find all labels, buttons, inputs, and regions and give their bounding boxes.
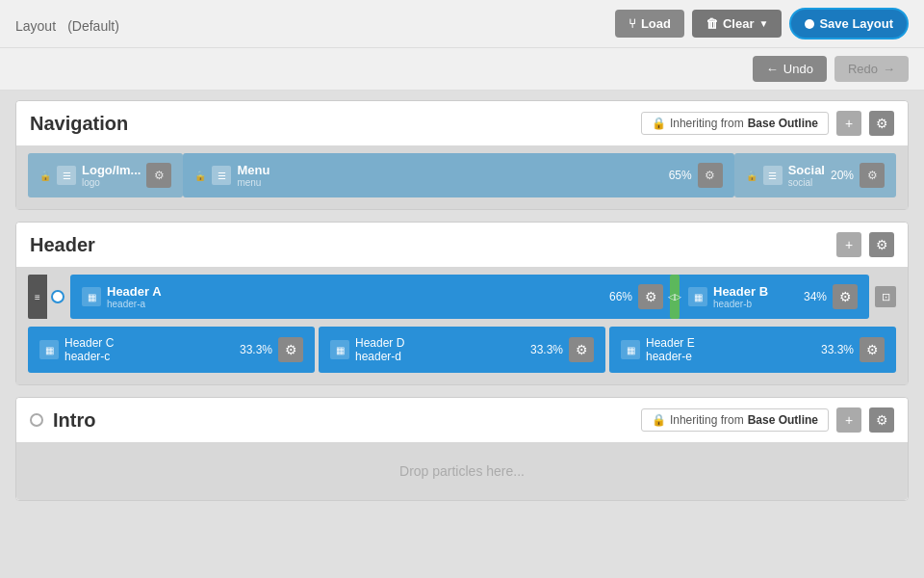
list-item[interactable]: ▦ Header C header-c 33.3% ⚙ — [28, 327, 315, 373]
header-c-settings-button[interactable]: ⚙ — [278, 337, 303, 362]
list-item[interactable]: ▦ Header A header-a 66% ⚙ ◁▷ — [70, 275, 675, 319]
redo-label: Redo — [848, 62, 878, 76]
lock-icon: 🔒 — [194, 171, 206, 181]
lock-icon: 🔒 — [652, 413, 666, 427]
navigation-title: Navigation — [30, 113, 128, 135]
navigation-settings-button[interactable]: ⚙ — [869, 111, 894, 136]
intro-title: Intro — [30, 409, 95, 432]
header-rows: ≡ ▦ Header A header-a 66% ⚙ ◁▷ — [16, 267, 908, 384]
particle-icon: ☰ — [57, 166, 76, 185]
list-item[interactable]: ▦ Header E header-e 33.3% ⚙ — [609, 327, 896, 373]
save-layout-button[interactable]: Save Layout — [789, 8, 909, 39]
navigation-inherit-badge: 🔒 Inheriting from Base Outline — [641, 112, 829, 135]
menu-settings-button[interactable]: ⚙ — [698, 163, 723, 188]
particle-icon: ☰ — [212, 166, 231, 185]
circle-icon — [805, 19, 814, 29]
particle-icon: ▦ — [330, 340, 349, 359]
lock-icon: 🔒 — [39, 171, 51, 181]
header-section: Header + ⚙ ≡ ▦ Header A header-a — [15, 222, 909, 385]
clear-label: Clear — [723, 16, 755, 31]
lock-icon: 🔒 — [746, 171, 757, 181]
undo-redo-bar: ← Undo Redo → — [0, 48, 924, 91]
row-toggle[interactable] — [51, 290, 64, 303]
header-row-1: ≡ ▦ Header A header-a 66% ⚙ ◁▷ — [28, 275, 896, 319]
lock-icon: 🔒 — [652, 117, 666, 130]
header-d-pct: 33.3% — [530, 343, 563, 356]
header-a-pct: 66% — [609, 290, 632, 303]
header-e-pct: 33.3% — [821, 343, 854, 356]
redo-button[interactable]: Redo → — [834, 56, 909, 82]
menu-pct: 65% — [669, 169, 692, 182]
particle-icon: ▦ — [39, 340, 59, 359]
navigation-section: Navigation 🔒 Inheriting from Base Outlin… — [15, 100, 909, 210]
resize-arrows-icon: ◁▷ — [668, 292, 681, 302]
page-title: Layout (Default) — [15, 12, 119, 37]
intro-header-right: 🔒 Inheriting from Base Outline + ⚙ — [641, 407, 894, 433]
navigation-particles: 🔒 ☰ Logo/Im... logo ⚙ 🔒 ☰ Menu menu 65% … — [16, 145, 908, 209]
header-e-settings-button[interactable]: ⚙ — [860, 337, 885, 362]
navigation-header-right: 🔒 Inheriting from Base Outline + ⚙ — [641, 111, 894, 136]
logo-settings-button[interactable]: ⚙ — [146, 163, 171, 188]
clear-button[interactable]: 🗑 Clear ▼ — [692, 10, 782, 38]
navigation-inherit-source: Base Outline — [748, 117, 818, 130]
intro-drop-label: Drop particles here... — [399, 463, 525, 479]
title-text: Layout — [15, 18, 56, 34]
header-d-settings-button[interactable]: ⚙ — [569, 337, 594, 362]
list-item[interactable]: ▦ Header B header-b 34% ⚙ — [677, 275, 869, 319]
trash-icon: 🗑 — [706, 16, 718, 31]
top-bar-actions: ⑂ Load 🗑 Clear ▼ Save Layout — [615, 8, 909, 39]
particle-icon: ▦ — [82, 287, 101, 306]
header-section-header: Header + ⚙ — [16, 223, 908, 267]
redo-icon: → — [883, 62, 895, 76]
intro-section: Intro 🔒 Inheriting from Base Outline + ⚙… — [15, 397, 909, 501]
row-controls — [51, 275, 64, 319]
load-button[interactable]: ⑂ Load — [615, 10, 684, 38]
intro-drop-zone[interactable]: Drop particles here... — [16, 442, 908, 500]
header-row-2: ▦ Header C header-c 33.3% ⚙ ▦ Header D h… — [28, 327, 896, 373]
chevron-down-icon: ▼ — [759, 18, 769, 29]
list-item[interactable]: 🔒 ☰ Menu menu 65% ⚙ — [183, 153, 733, 197]
fork-icon: ⑂ — [629, 16, 636, 31]
list-item[interactable]: 🔒 ☰ Social social 20% ⚙ — [734, 153, 896, 197]
particle-icon: ☰ — [763, 166, 783, 185]
navigation-add-button[interactable]: + — [836, 111, 861, 136]
row-right-controls: ⊡ — [875, 275, 896, 319]
header-c-pct: 33.3% — [240, 343, 272, 356]
header-title: Header — [30, 234, 95, 256]
undo-label: Undo — [783, 62, 813, 76]
header-settings-button[interactable]: ⚙ — [869, 232, 894, 257]
intro-inherit-badge: 🔒 Inheriting from Base Outline — [641, 408, 829, 432]
header-b-settings-button[interactable]: ⚙ — [833, 284, 858, 309]
save-label: Save Layout — [819, 16, 893, 31]
intro-toggle[interactable] — [30, 413, 43, 427]
intro-inherit-source: Base Outline — [748, 413, 818, 427]
intro-add-button[interactable]: + — [836, 407, 861, 433]
header-header-right: + ⚙ — [836, 232, 894, 257]
intro-header: Intro 🔒 Inheriting from Base Outline + ⚙ — [16, 398, 908, 442]
particle-icon: ▦ — [621, 340, 640, 359]
undo-icon: ← — [766, 62, 779, 76]
social-settings-button[interactable]: ⚙ — [860, 163, 885, 188]
resize-handle[interactable]: ◁▷ — [670, 275, 680, 319]
social-pct: 20% — [831, 169, 854, 182]
undo-button[interactable]: ← Undo — [753, 56, 827, 82]
title-subtitle: (Default) — [67, 18, 119, 34]
intro-settings-button[interactable]: ⚙ — [869, 407, 894, 433]
navigation-header: Navigation 🔒 Inheriting from Base Outlin… — [16, 101, 908, 145]
expand-button[interactable]: ⊡ — [875, 286, 896, 307]
header-a-settings-button[interactable]: ⚙ — [638, 284, 663, 309]
main-content: Navigation 🔒 Inheriting from Base Outlin… — [0, 91, 924, 578]
particle-icon: ▦ — [688, 287, 707, 306]
header-add-button[interactable]: + — [836, 232, 861, 257]
list-item[interactable]: ▦ Header D header-d 33.3% ⚙ — [319, 327, 605, 373]
top-bar: Layout (Default) ⑂ Load 🗑 Clear ▼ Save L… — [0, 0, 924, 48]
drag-handle[interactable]: ≡ — [28, 275, 47, 319]
list-item[interactable]: 🔒 ☰ Logo/Im... logo ⚙ — [28, 153, 183, 197]
load-label: Load — [641, 16, 671, 31]
header-b-pct: 34% — [804, 290, 827, 303]
